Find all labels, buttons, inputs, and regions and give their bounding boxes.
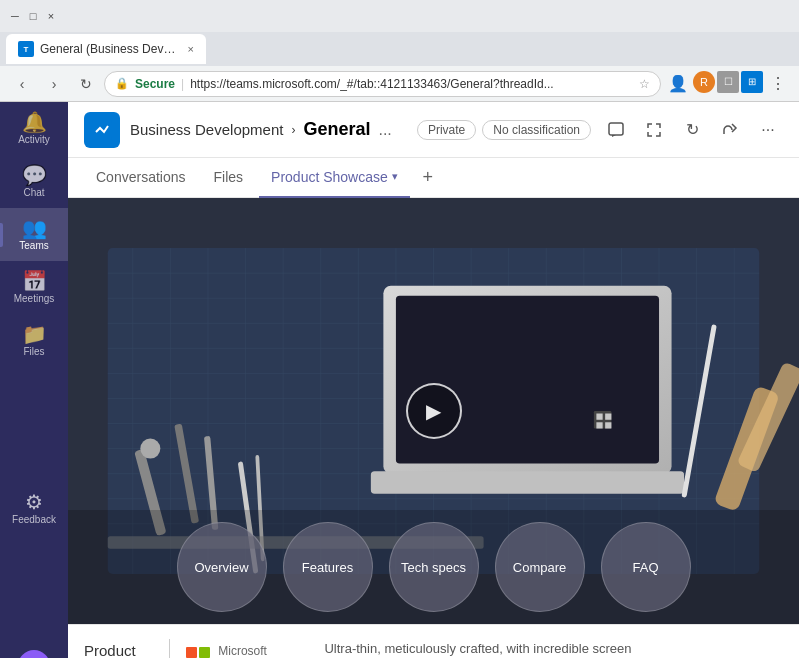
main-content: Business Development › General ... Priva… bbox=[68, 102, 799, 658]
expand-button[interactable] bbox=[639, 115, 669, 145]
channel-more-button[interactable]: ... bbox=[378, 121, 391, 139]
circle-features-label: Features bbox=[302, 560, 353, 575]
back-button[interactable]: ‹ bbox=[8, 70, 36, 98]
refresh-button[interactable]: ↻ bbox=[72, 70, 100, 98]
tab-product-showcase[interactable]: Product Showcase ▾ bbox=[259, 158, 410, 198]
circle-overview[interactable]: Overview bbox=[177, 522, 267, 612]
privacy-badge: Private bbox=[417, 120, 476, 140]
forward-button[interactable]: › bbox=[40, 70, 68, 98]
extension-2-icon[interactable]: ☐ bbox=[717, 71, 739, 93]
sidebar-label-meetings: Meetings bbox=[14, 294, 55, 304]
showcase-content: ▶ Overview Features Tech specs bbox=[68, 198, 799, 658]
sidebar-item-meetings[interactable]: 📅 Meetings bbox=[0, 261, 68, 314]
files-icon: 📁 bbox=[22, 324, 47, 344]
secure-label: Secure bbox=[135, 77, 175, 91]
tab-files[interactable]: Files bbox=[202, 158, 256, 198]
nav-circles: Overview Features Tech specs Compare bbox=[68, 510, 799, 624]
circle-features[interactable]: Features bbox=[283, 522, 373, 612]
lock-icon: 🔒 bbox=[115, 77, 129, 90]
chat-icon: 💬 bbox=[22, 165, 47, 185]
tab-title: General (Business Develo... bbox=[40, 42, 182, 56]
circle-faq-label: FAQ bbox=[632, 560, 658, 575]
sidebar-label-teams: Teams bbox=[19, 241, 48, 251]
tab-conversations-label: Conversations bbox=[96, 169, 186, 185]
sidebar-item-files[interactable]: 📁 Files bbox=[0, 314, 68, 367]
user-avatar[interactable]: JD bbox=[18, 650, 50, 658]
sidebar-label-feedback: Feedback bbox=[12, 515, 56, 525]
showcase-label-line1: Product bbox=[84, 642, 136, 659]
channel-badges: Private No classification bbox=[417, 120, 591, 140]
tabs-bar: Conversations Files Product Showcase ▾ + bbox=[68, 158, 799, 198]
sidebar-item-feedback[interactable]: ⚙ Feedback bbox=[0, 482, 68, 535]
tab-favicon: T bbox=[18, 41, 34, 57]
activity-icon: 🔔 bbox=[22, 112, 47, 132]
showcase-label: Product Showcase bbox=[84, 642, 153, 659]
bookmark-icon[interactable]: ☆ bbox=[639, 77, 650, 91]
more-options-button[interactable]: ··· bbox=[753, 115, 783, 145]
microsoft-logo: Microsoft Surface Book bbox=[186, 644, 308, 659]
tab-files-label: Files bbox=[214, 169, 244, 185]
tab-product-showcase-label: Product Showcase bbox=[271, 169, 388, 185]
sidebar: 🔔 Activity 💬 Chat 👥 Teams 📅 Meetings 📁 F… bbox=[0, 102, 68, 658]
ms-sq-2 bbox=[199, 647, 210, 658]
sidebar-label-files: Files bbox=[23, 347, 44, 357]
extension-3-icon[interactable]: ⊞ bbox=[741, 71, 763, 93]
address-separator: | bbox=[181, 77, 184, 91]
add-tab-button[interactable]: + bbox=[414, 164, 442, 192]
sidebar-item-activity[interactable]: 🔔 Activity bbox=[0, 102, 68, 155]
ms-squares-icon bbox=[186, 647, 210, 659]
minimize-button[interactable]: ─ bbox=[8, 9, 22, 23]
channel-name: General bbox=[303, 119, 370, 140]
sidebar-item-teams[interactable]: 👥 Teams bbox=[0, 208, 68, 261]
video-background: ▶ Overview Features Tech specs bbox=[68, 198, 799, 624]
info-divider bbox=[169, 639, 170, 659]
sidebar-item-chat[interactable]: 💬 Chat bbox=[0, 155, 68, 208]
circle-faq[interactable]: FAQ bbox=[601, 522, 691, 612]
share-button[interactable] bbox=[715, 115, 745, 145]
circle-tech-specs-label: Tech specs bbox=[401, 560, 466, 575]
teams-app: 🔔 Activity 💬 Chat 👥 Teams 📅 Meetings 📁 F… bbox=[0, 102, 799, 658]
extensions-icon[interactable]: 👤 bbox=[665, 71, 691, 97]
browser-menu-button[interactable]: ⋮ bbox=[765, 71, 791, 97]
circle-compare[interactable]: Compare bbox=[495, 522, 585, 612]
channel-header: Business Development › General ... Priva… bbox=[68, 102, 799, 158]
product-name-line1: Microsoft bbox=[218, 644, 308, 658]
tab-bar: T General (Business Develo... × bbox=[0, 32, 799, 66]
address-url: https://teams.microsoft.com/_#/tab::4121… bbox=[190, 77, 633, 91]
sidebar-label-activity: Activity bbox=[18, 135, 50, 145]
new-conversation-button[interactable] bbox=[601, 115, 631, 145]
browser-chrome: ─ □ × T General (Business Develo... × ‹ … bbox=[0, 0, 799, 102]
play-button[interactable]: ▶ bbox=[406, 383, 462, 439]
teams-icon: 👥 bbox=[22, 218, 47, 238]
sidebar-label-chat: Chat bbox=[23, 188, 44, 198]
info-bar: Product Showcase Microsoft S bbox=[68, 624, 799, 658]
svg-rect-43 bbox=[596, 414, 602, 420]
video-area: ▶ Overview Features Tech specs bbox=[68, 198, 799, 624]
maximize-button[interactable]: □ bbox=[26, 9, 40, 23]
svg-rect-46 bbox=[605, 422, 611, 428]
svg-rect-45 bbox=[596, 422, 602, 428]
play-icon: ▶ bbox=[426, 399, 441, 423]
svg-point-35 bbox=[140, 439, 160, 459]
tab-close-button[interactable]: × bbox=[188, 43, 194, 55]
svg-rect-44 bbox=[605, 414, 611, 420]
meetings-icon: 📅 bbox=[22, 271, 47, 291]
refresh-tab-button[interactable]: ↻ bbox=[677, 115, 707, 145]
product-name: Microsoft Surface Book bbox=[218, 644, 308, 659]
classification-badge: No classification bbox=[482, 120, 591, 140]
team-icon bbox=[84, 112, 120, 148]
channel-actions: ↻ ··· bbox=[601, 115, 783, 145]
svg-rect-1 bbox=[609, 123, 623, 135]
title-bar: ─ □ × bbox=[0, 0, 799, 32]
channel-title-area: Business Development › General ... bbox=[84, 112, 392, 148]
feedback-icon: ⚙ bbox=[25, 492, 43, 512]
address-bar[interactable]: 🔒 Secure | https://teams.microsoft.com/_… bbox=[104, 71, 661, 97]
extension-1-icon[interactable]: R bbox=[693, 71, 715, 93]
tab-conversations[interactable]: Conversations bbox=[84, 158, 198, 198]
close-button[interactable]: × bbox=[44, 9, 58, 23]
product-description: Ultra-thin, meticulously crafted, with i… bbox=[324, 640, 644, 658]
tab-dropdown-icon[interactable]: ▾ bbox=[392, 170, 398, 183]
browser-tab[interactable]: T General (Business Develo... × bbox=[6, 34, 206, 64]
circle-tech-specs[interactable]: Tech specs bbox=[389, 522, 479, 612]
team-name: Business Development bbox=[130, 121, 283, 138]
